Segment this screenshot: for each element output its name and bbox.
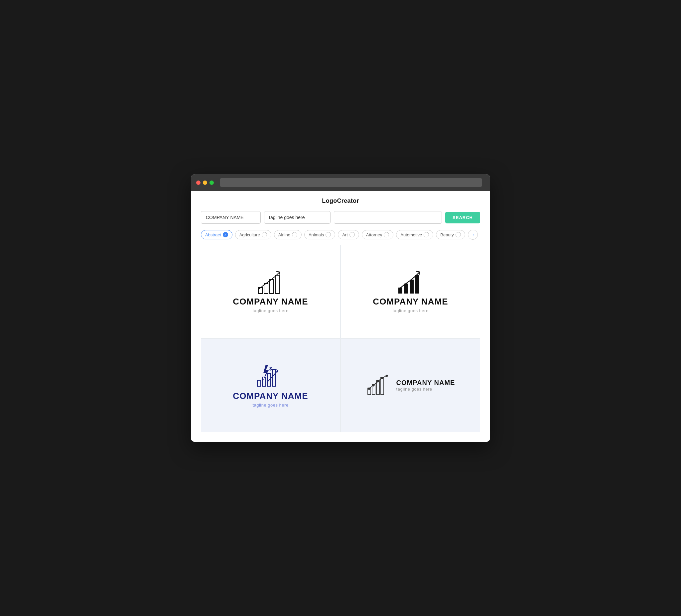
filter-art[interactable]: Art <box>338 230 359 239</box>
svg-rect-6 <box>410 280 414 293</box>
traffic-lights <box>196 181 214 185</box>
keyword-input[interactable] <box>334 211 442 224</box>
minimize-button[interactable] <box>203 181 207 185</box>
chart-arrow-icon-1 <box>256 270 286 295</box>
chart-nodes-icon <box>366 375 391 396</box>
check-icon <box>456 232 461 237</box>
svg-rect-11 <box>257 380 261 386</box>
check-icon: ✓ <box>223 232 228 237</box>
chart-lightning-icon: $ <box>254 363 287 390</box>
check-icon <box>326 232 331 237</box>
logo-company-name-1: COMPANY NAME <box>233 297 308 307</box>
logo-company-name-4: COMPANY NAME <box>396 379 455 387</box>
chart-arrow-icon-2 <box>396 270 426 295</box>
browser-titlebar <box>191 174 490 191</box>
svg-point-22 <box>381 377 383 379</box>
logo-grid: COMPANY NAME tagline goes here <box>201 245 480 432</box>
check-icon <box>424 232 429 237</box>
search-button[interactable]: SEARCH <box>445 212 480 223</box>
logo-card-1[interactable]: COMPANY NAME tagline goes here <box>201 245 340 338</box>
logo-tagline-4: tagline goes here <box>396 387 455 392</box>
close-button[interactable] <box>196 181 201 185</box>
svg-point-19 <box>368 387 370 390</box>
filter-label: Abstract <box>205 232 221 237</box>
svg-rect-14 <box>272 370 276 386</box>
browser-window: LogoCreator SEARCH Abstract ✓ Agricultur… <box>191 174 490 442</box>
svg-point-20 <box>372 384 374 386</box>
logo-text-group-4: COMPANY NAME tagline goes here <box>396 379 455 392</box>
search-bar: SEARCH <box>201 211 480 224</box>
address-bar[interactable] <box>220 178 482 187</box>
filter-label: Agriculture <box>239 232 260 237</box>
logo-card-2[interactable]: COMPANY NAME tagline goes here <box>341 245 480 338</box>
company-name-input[interactable] <box>201 211 261 224</box>
svg-rect-1 <box>264 284 268 293</box>
check-icon <box>292 232 297 237</box>
logo-tagline-3: tagline goes here <box>252 403 288 408</box>
filter-label: Beauty <box>440 232 454 237</box>
filter-automotive[interactable]: Automotive <box>396 230 433 239</box>
maximize-button[interactable] <box>209 181 214 185</box>
svg-point-23 <box>385 375 388 377</box>
check-icon <box>262 232 267 237</box>
filter-animals[interactable]: Animals <box>304 230 335 239</box>
logo-card-4[interactable]: COMPANY NAME tagline goes here <box>341 339 480 432</box>
svg-rect-18 <box>381 377 384 394</box>
svg-rect-0 <box>258 287 262 293</box>
logo-inner-2: COMPANY NAME tagline goes here <box>373 270 448 313</box>
logo-inner-1: COMPANY NAME tagline goes here <box>233 270 308 313</box>
svg-rect-3 <box>275 275 279 293</box>
tagline-input[interactable] <box>264 211 330 224</box>
svg-rect-4 <box>398 287 402 293</box>
svg-point-21 <box>376 380 379 382</box>
svg-line-10 <box>268 370 278 381</box>
filter-label: Art <box>342 232 348 237</box>
svg-rect-2 <box>270 280 274 293</box>
filter-agriculture[interactable]: Agriculture <box>235 230 271 239</box>
filter-abstract[interactable]: Abstract ✓ <box>201 230 232 239</box>
svg-text:$: $ <box>269 366 272 371</box>
svg-rect-17 <box>376 381 379 394</box>
filter-label: Airline <box>278 232 290 237</box>
filter-beauty[interactable]: Beauty <box>436 230 465 239</box>
logo-tagline-1: tagline goes here <box>252 308 288 313</box>
app-content: LogoCreator SEARCH Abstract ✓ Agricultur… <box>191 191 490 442</box>
check-icon <box>350 232 355 237</box>
filter-label: Attorney <box>366 232 382 237</box>
filter-label: Animals <box>309 232 324 237</box>
logo-card-3[interactable]: $ COMPANY NAME tagline goes here <box>201 339 340 432</box>
logo-inner-4: COMPANY NAME tagline goes here <box>366 375 455 396</box>
filter-next-button[interactable]: → <box>468 230 478 240</box>
logo-company-name-2: COMPANY NAME <box>373 297 448 307</box>
app-title: LogoCreator <box>201 198 480 204</box>
logo-inner-3: $ COMPANY NAME tagline goes here <box>233 363 308 408</box>
svg-rect-7 <box>415 275 419 293</box>
filter-bar: Abstract ✓ Agriculture Airline Animals A… <box>201 230 480 240</box>
filter-label: Automotive <box>400 232 422 237</box>
logo-company-name-3: COMPANY NAME <box>233 391 308 401</box>
filter-attorney[interactable]: Attorney <box>362 230 394 239</box>
logo-tagline-2: tagline goes here <box>393 308 428 313</box>
svg-rect-5 <box>404 284 408 293</box>
filter-airline[interactable]: Airline <box>274 230 302 239</box>
check-icon <box>384 232 389 237</box>
